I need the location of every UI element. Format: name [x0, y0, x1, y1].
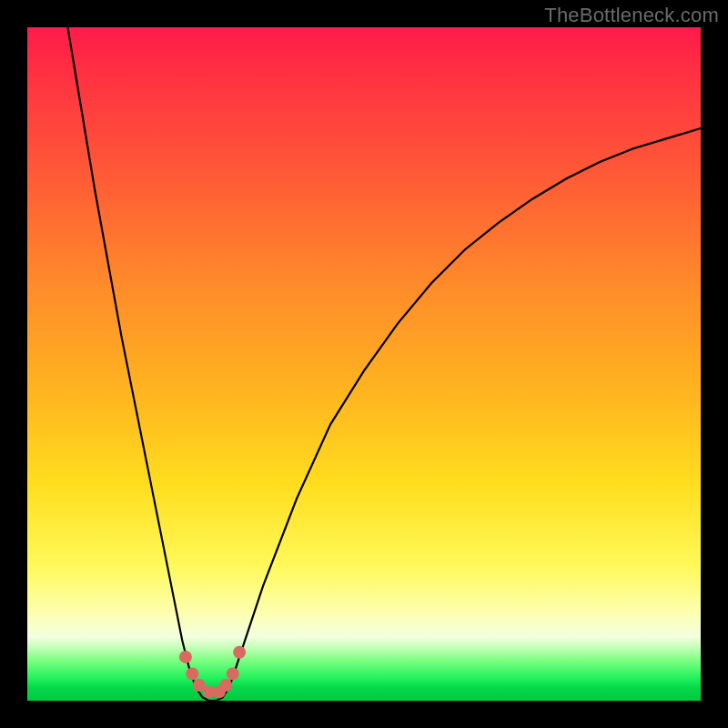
valley-markers [179, 646, 246, 699]
curve-left-branch [67, 27, 196, 687]
valley-marker [186, 667, 198, 680]
valley-marker [179, 651, 192, 663]
valley-marker [233, 646, 246, 659]
curve-layer [27, 27, 701, 701]
watermark-text: TheBottleneck.com [544, 4, 719, 27]
chart-frame: TheBottleneck.com [0, 0, 728, 728]
valley-marker [227, 667, 239, 680]
plot-area [27, 27, 701, 701]
valley-marker [219, 679, 232, 692]
curve-right-branch [229, 128, 701, 687]
